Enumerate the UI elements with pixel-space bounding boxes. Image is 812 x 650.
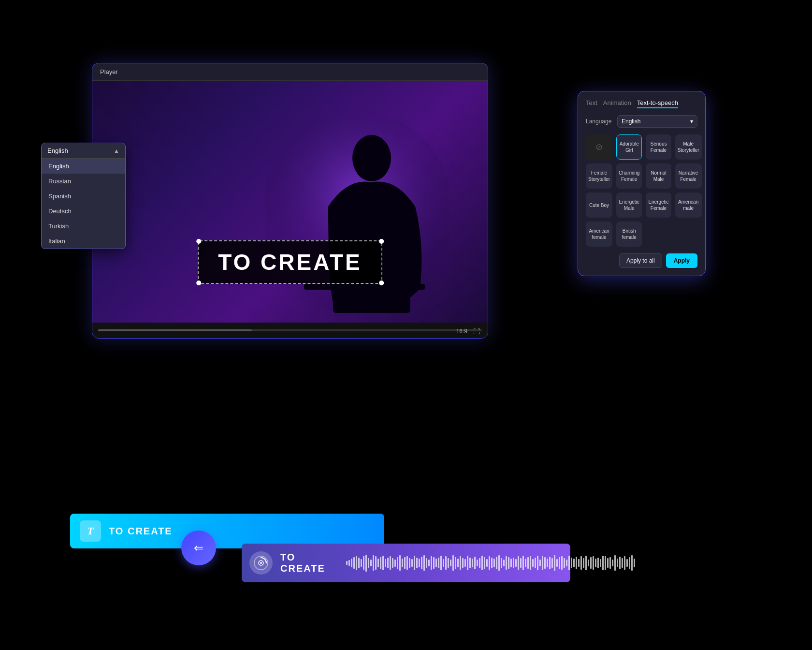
text-track-label: TO CREATE [109, 526, 173, 537]
player-timeline[interactable]: 16:9 ⛶ [92, 323, 488, 338]
waveform-bar [382, 556, 384, 570]
waveform-bar [474, 557, 476, 569]
scene: Player [0, 0, 812, 650]
waveform-bar [438, 558, 439, 568]
tab-animation[interactable]: Animation [603, 99, 631, 108]
voice-cell-serious-female[interactable]: Serious Female [646, 134, 671, 160]
waveform-bar [399, 555, 401, 571]
waveform-bar [501, 558, 502, 568]
voice-grid: ⊘ Adorable Girl Serious Female Male Stor… [586, 134, 697, 247]
waveform-bar [554, 555, 555, 571]
lang-dropdown-header[interactable]: English ▲ [42, 143, 125, 159]
waveform-bar [373, 555, 374, 571]
waveform-bar [566, 560, 567, 566]
waveform-bar [416, 558, 418, 568]
lang-item-english[interactable]: English [42, 159, 125, 174]
corner-handle-tr [379, 239, 384, 244]
voice-cell-narrative-female[interactable]: Narrative Female [675, 163, 702, 189]
waveform-bar [435, 559, 437, 567]
waveform-bar [363, 556, 364, 570]
text-overlay-box[interactable]: TO CREATE [198, 240, 382, 284]
waveform-bar [348, 560, 350, 566]
waveform-bar [472, 559, 473, 567]
voice-cell-charming-female[interactable]: Charming Female [616, 163, 642, 189]
text-track-icon: T [80, 520, 101, 542]
lang-item-italian[interactable]: Italian [42, 234, 125, 249]
waveform-bar [585, 556, 587, 570]
voice-label-energetic-male: Energetic Male [619, 199, 639, 211]
waveform-bar [353, 557, 355, 569]
waveform-bar [503, 560, 505, 566]
waveform-bar [568, 556, 570, 570]
voice-label-cute-boy: Cute Boy [589, 202, 609, 208]
waveform-bar [580, 556, 582, 570]
player-titlebar: Player [92, 63, 488, 81]
arrow-circle[interactable]: ⇐ [181, 531, 216, 565]
waveform-bar [564, 558, 565, 568]
voice-cell-female-storyteller[interactable]: Female Storyteller [586, 163, 612, 189]
waveform-bar [595, 559, 596, 567]
waveform-bar [368, 558, 369, 568]
voice-cell-american-female[interactable]: American female [586, 222, 612, 247]
waveform-bar [561, 556, 563, 570]
waveform-bar [609, 557, 611, 569]
waveform-bar [385, 559, 386, 567]
waveform-bar [522, 556, 524, 570]
tts-panel: Text Animation Text-to-speech Language E… [578, 91, 706, 276]
waveform-bar [392, 558, 393, 568]
timeline-bar[interactable] [98, 329, 482, 331]
waveform-bar [520, 558, 522, 568]
apply-all-button[interactable]: Apply to all [619, 253, 662, 268]
waveform-bar [421, 557, 422, 569]
waveform-bar [549, 557, 551, 569]
waveform-bar [597, 558, 599, 568]
waveform-bar [515, 559, 517, 567]
waveform-bar [404, 557, 406, 569]
aspect-ratio-badge[interactable]: 16:9 [456, 328, 467, 335]
voice-cell-energetic-female[interactable]: Energetic Female [646, 192, 671, 218]
voice-cell-muted[interactable]: ⊘ [586, 134, 612, 160]
waveform-bar [535, 558, 536, 568]
language-label: Language [586, 118, 612, 125]
lang-item-russian[interactable]: Russian [42, 174, 125, 189]
player-controls: 16:9 ⛶ [456, 327, 480, 335]
lang-item-deutsch[interactable]: Deutsch [42, 204, 125, 219]
voice-cell-british-female[interactable]: British female [616, 222, 642, 247]
waveform-bar [612, 560, 613, 566]
waveform-bar [358, 558, 360, 568]
waveform-bar [423, 555, 425, 571]
tts-actions: Apply to all Apply [586, 253, 697, 268]
lang-item-turkish[interactable]: Turkish [42, 219, 125, 234]
waveform-bar [626, 559, 628, 567]
waveform-bar [448, 558, 449, 568]
voice-cell-american-male[interactable]: American male [675, 192, 702, 218]
voice-cell-energetic-male[interactable]: Energetic Male [616, 192, 642, 218]
voice-cell-normal-male[interactable]: Normal Male [646, 163, 671, 189]
voice-cell-male-storyteller[interactable]: Male Storyteller [675, 134, 702, 160]
waveform-bar [605, 556, 606, 570]
voice-label-british-female: British female [619, 228, 639, 240]
waveform-bar [622, 558, 623, 568]
language-dropdown[interactable]: English ▲ English Russian Spanish Deutsc… [41, 143, 126, 249]
tab-text[interactable]: Text [586, 99, 597, 108]
waveform-bar [481, 556, 483, 570]
waveform-bar [556, 559, 558, 567]
waveform-bar [411, 559, 413, 567]
fullscreen-button[interactable]: ⛶ [473, 327, 480, 335]
apply-button[interactable]: Apply [666, 253, 697, 268]
waveform-bar [356, 556, 357, 570]
waveform-bar [496, 557, 497, 569]
waveform-bar [419, 559, 420, 567]
waveform-bar [527, 557, 529, 569]
waveform-bar [537, 556, 538, 570]
voice-cell-cute-boy[interactable]: Cute Boy [586, 192, 612, 218]
waveform-bar [551, 558, 553, 568]
tts-language-select[interactable]: English ▾ [617, 115, 697, 128]
lang-item-spanish[interactable]: Spanish [42, 189, 125, 204]
voice-cell-adorable-girl[interactable]: Adorable Girl [616, 134, 642, 160]
waveform-bar [525, 559, 526, 567]
voice-label-female-storyteller: Female Storyteller [588, 170, 610, 182]
waveform-bar [493, 559, 495, 567]
tab-text-to-speech[interactable]: Text-to-speech [637, 99, 678, 108]
waveform-bar [377, 559, 379, 567]
